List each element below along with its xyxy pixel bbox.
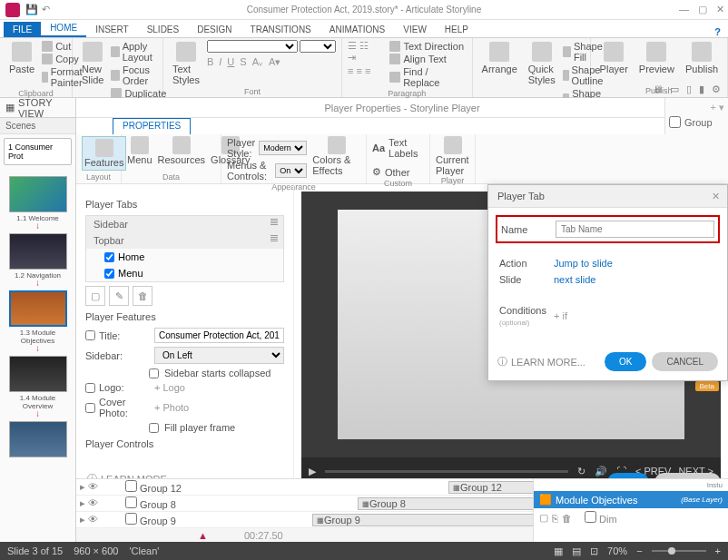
current-player-button[interactable]: Current Player xyxy=(436,136,469,176)
scene-button[interactable]: 1 Consumer Prot xyxy=(4,138,72,165)
player-style-select[interactable]: Modern xyxy=(259,141,307,155)
drag-handle-icon[interactable] xyxy=(271,235,278,242)
add-tab-button[interactable]: ▢ xyxy=(85,286,105,306)
maximize-icon[interactable]: ▢ xyxy=(698,4,707,15)
close-icon[interactable]: ✕ xyxy=(712,191,720,202)
story-view-button[interactable]: ▦STORY VIEW xyxy=(0,98,75,118)
preview-button[interactable]: Preview xyxy=(635,40,678,76)
apply-layout-button[interactable]: Apply Layout xyxy=(111,40,166,64)
shadow-button[interactable]: Aᵥ xyxy=(252,56,263,68)
chevron-icon[interactable]: ▸ xyxy=(80,481,85,493)
cancel-button[interactable]: CANCEL xyxy=(652,352,718,371)
delete-layer-button[interactable]: 🗑 xyxy=(562,513,572,524)
slide-link[interactable]: next slide xyxy=(554,274,595,285)
title-checkbox[interactable] xyxy=(85,330,95,340)
playhead-icon[interactable]: ▲ xyxy=(198,530,208,541)
font-color-button[interactable]: A▾ xyxy=(269,56,280,68)
slide-thumb[interactable] xyxy=(9,421,67,457)
tab-file[interactable]: FILE xyxy=(4,22,41,37)
eye-icon[interactable]: 👁 xyxy=(88,514,98,526)
eye-icon[interactable]: 👁 xyxy=(88,497,98,509)
add-photo-link[interactable]: + Photo xyxy=(154,402,189,413)
menu-button[interactable]: Menu xyxy=(127,136,152,165)
action-link[interactable]: Jump to slide xyxy=(554,258,613,269)
seekbar[interactable] xyxy=(325,470,568,473)
tab-animations[interactable]: ANIMATIONS xyxy=(320,22,394,37)
quick-save-icon[interactable]: 💾 xyxy=(25,4,38,15)
features-button[interactable]: Features xyxy=(82,136,126,171)
tab-transitions[interactable]: TRANSITIONS xyxy=(241,22,320,37)
focus-order-button[interactable]: Focus Order xyxy=(111,64,166,87)
text-labels-button[interactable]: AaText Labels xyxy=(372,137,424,159)
tab-slides[interactable]: SLIDES xyxy=(138,22,189,37)
slide-thumb[interactable]: 1.4 Module Overview↓ xyxy=(9,356,67,418)
timeline-clip[interactable]: ▦ Group 9 xyxy=(312,514,539,526)
eye-icon[interactable]: 👁 xyxy=(88,481,98,493)
strike-button[interactable]: S xyxy=(240,56,246,68)
chevron-icon[interactable]: ▸ xyxy=(80,497,85,509)
home-checkbox[interactable] xyxy=(104,252,114,262)
close-icon[interactable]: ✕ xyxy=(716,4,724,15)
other-button[interactable]: ⚙Other xyxy=(372,166,410,178)
fill-frame-checkbox[interactable] xyxy=(149,423,159,433)
publish-button[interactable]: Publish xyxy=(682,40,722,76)
tab-design[interactable]: DESIGN xyxy=(188,22,241,37)
title-input[interactable] xyxy=(154,328,284,343)
list-item[interactable]: Home xyxy=(86,249,283,265)
italic-button[interactable]: I xyxy=(219,56,221,68)
colors-effects-button[interactable]: Colors & Effects xyxy=(312,136,360,176)
tablet-icon[interactable]: ▭ xyxy=(670,84,679,95)
text-styles-button[interactable]: Text Styles xyxy=(169,40,203,87)
indent-button[interactable]: ⇥ xyxy=(348,52,356,63)
desktop-icon[interactable]: 🖥 xyxy=(653,84,663,95)
menus-controls-select[interactable]: On xyxy=(275,163,307,178)
slide-thumb[interactable]: 1.3 Module Objectives↓ xyxy=(9,290,67,352)
drag-handle-icon[interactable] xyxy=(271,219,278,226)
find-replace-button[interactable]: Find / Replace xyxy=(389,65,466,89)
slide-thumb[interactable]: 1.1 Welcome↓ xyxy=(9,176,67,230)
align-center-button[interactable]: ≡ xyxy=(356,65,361,76)
base-layer-row[interactable]: 🟧Module Objectives(Base Layer) xyxy=(534,491,728,508)
tab-home[interactable]: HOME xyxy=(41,20,86,37)
learn-more-link[interactable]: ⓘLEARN MORE... xyxy=(497,355,585,368)
duplicate-layer-button[interactable]: ⎘ xyxy=(552,513,558,524)
ok-button[interactable]: OK xyxy=(605,352,646,371)
tab-insert[interactable]: INSERT xyxy=(86,22,138,37)
group-checkbox[interactable] xyxy=(669,116,681,128)
edit-tab-button[interactable]: ✎ xyxy=(109,286,129,306)
sidebar-group[interactable]: Sidebar xyxy=(86,216,283,232)
sidebar-position-select[interactable]: On Left xyxy=(154,347,284,364)
timeline-clip[interactable]: ▦ Group 12 xyxy=(448,481,539,494)
zoom-in-button[interactable]: + xyxy=(715,545,721,556)
sidebar-collapsed-checkbox[interactable] xyxy=(149,368,159,378)
add-logo-link[interactable]: + Logo xyxy=(154,382,185,393)
numbering-button[interactable]: ☷ xyxy=(359,40,369,51)
text-direction-button[interactable]: Text Direction xyxy=(389,40,466,53)
resources-button[interactable]: Resources xyxy=(158,136,206,165)
slide-thumb[interactable]: 1.2 Navigation↓ xyxy=(9,233,67,287)
minimize-icon[interactable]: — xyxy=(679,4,689,15)
dim-checkbox[interactable] xyxy=(585,511,596,523)
chevron-icon[interactable]: ▸ xyxy=(80,514,85,526)
align-text-button[interactable]: Align Text xyxy=(389,53,466,65)
phone-icon[interactable]: ▮ xyxy=(699,84,704,95)
help-icon[interactable]: ? xyxy=(714,26,721,37)
new-slide-button[interactable]: New Slide xyxy=(78,40,107,100)
undo-icon[interactable]: ↶ xyxy=(42,4,50,15)
add-layer-button[interactable]: ▢ xyxy=(539,512,548,524)
zoom-slider[interactable] xyxy=(652,550,706,552)
topbar-group[interactable]: Topbar xyxy=(86,232,283,249)
underline-button[interactable]: U xyxy=(227,56,234,68)
cover-checkbox[interactable] xyxy=(85,403,95,413)
tab-help[interactable]: HELP xyxy=(436,22,477,37)
tab-name-input[interactable] xyxy=(556,221,714,238)
align-right-button[interactable]: ≡ xyxy=(365,65,370,76)
logo-checkbox[interactable] xyxy=(85,383,95,393)
tablet-portrait-icon[interactable]: ▯ xyxy=(686,84,692,95)
add-condition-link[interactable]: + if xyxy=(554,310,567,321)
zoom-out-button[interactable]: − xyxy=(636,545,642,556)
gear-icon[interactable]: ⚙ xyxy=(712,84,721,95)
player-button[interactable]: Player xyxy=(596,40,632,76)
volume-icon[interactable]: 🔊 xyxy=(595,466,607,477)
paste-button[interactable]: Paste xyxy=(5,40,38,89)
